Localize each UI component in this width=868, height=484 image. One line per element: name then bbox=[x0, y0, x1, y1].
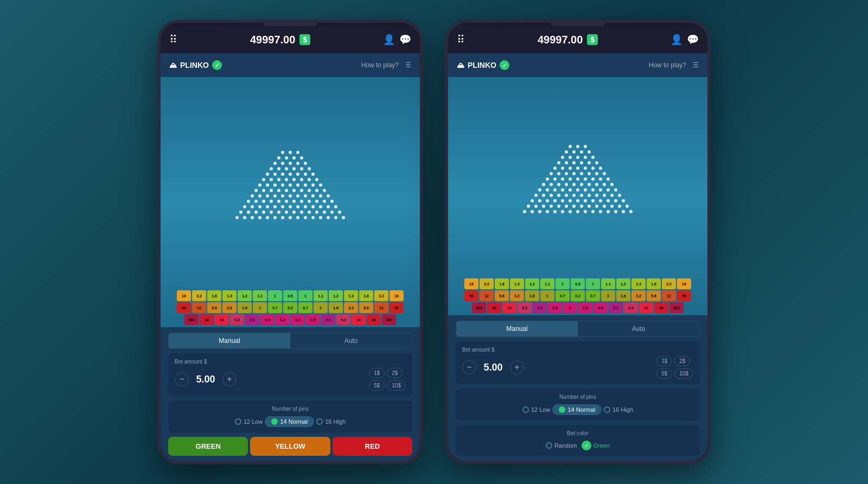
tab-auto-right[interactable]: Auto bbox=[578, 321, 699, 336]
pins-12-label-right: 12 Low bbox=[531, 406, 550, 413]
header-right-right: How to play? ☰ bbox=[649, 61, 699, 69]
balance-area-right: 49997.00 $ bbox=[538, 34, 598, 46]
dollar-button-right[interactable]: $ bbox=[587, 34, 598, 45]
dots-area-left bbox=[165, 82, 416, 287]
plinko-board-right: 18 3.2 1.6 1.3 1.2 1.1 1 0.5 1 1.1 1.2 1… bbox=[448, 77, 707, 315]
check-green-right: ✓ bbox=[582, 441, 591, 450]
plinko-icon-left: ⛰ bbox=[169, 61, 177, 69]
pins-12-label-left: 12 Low bbox=[244, 418, 263, 425]
bet-section-right: Bet amount $ − 5.00 + 1$ 2$ 5$ 10$ bbox=[456, 341, 700, 384]
btn-yellow-left[interactable]: YELLOW bbox=[250, 437, 330, 456]
user-icon-left[interactable]: 👤 bbox=[383, 34, 395, 46]
pins-section-right: Number of pins 12 Low 14 Normal 16 High bbox=[456, 389, 700, 421]
pins-14-normal-right[interactable]: 14 Normal bbox=[552, 404, 602, 415]
mult-row3-left: 353 49 14 5.3 2.1 0.5 0.2 0.2 0.5 2.1 5.… bbox=[165, 314, 416, 325]
shield-icon-left: ✓ bbox=[212, 60, 222, 70]
mult-row2-right: 55 12 5.6 3.2 1.6 1 0.7 0.2 0.7 1 1.6 3.… bbox=[452, 290, 703, 301]
quick-bet-1-left[interactable]: 1$ bbox=[369, 368, 385, 378]
radio-16-right bbox=[604, 406, 610, 413]
bet-input-area-left: − 5.00 + bbox=[175, 372, 365, 386]
quick-bet-2-left[interactable]: 2$ bbox=[387, 368, 403, 378]
balance-area-left: 49997.00 $ bbox=[250, 34, 310, 46]
chat-icon-left[interactable]: 💬 bbox=[399, 34, 411, 46]
bet-amount-left: 5.00 bbox=[192, 374, 219, 385]
mult-row3-right: 353 49 14 5.3 2.1 0.5 0 0.2 0.5 2.1 5.3 … bbox=[452, 302, 703, 313]
quick-bets-left: 1$ 2$ 5$ 10$ bbox=[369, 368, 406, 391]
quick-bets-right: 1$ 2$ 5$ 10$ bbox=[656, 356, 693, 379]
pins-16-high-left[interactable]: 16 High bbox=[316, 418, 346, 425]
btn-green-left[interactable]: GREEN bbox=[168, 437, 248, 456]
bet-section-left: Bet amount $ − 5.00 + 1$ 2$ 5$ 10$ bbox=[168, 353, 412, 396]
pins-14-label-right: 14 Normal bbox=[567, 406, 595, 413]
quick-bet-2-right[interactable]: 2$ bbox=[674, 356, 690, 366]
pins-12-low-left[interactable]: 12 Low bbox=[235, 418, 263, 425]
pins-16-label-left: 16 High bbox=[325, 418, 346, 425]
tab-row-left: Manual Auto bbox=[168, 333, 412, 349]
mult-row2-left: 55 12 5.6 3.2 1.6 1 0.7 0.2 0.7 1 1.6 3.… bbox=[165, 302, 416, 313]
dollar-button-left[interactable]: $ bbox=[299, 34, 310, 45]
quick-bet-5-left[interactable]: 5$ bbox=[369, 380, 385, 391]
quick-bet-10-right[interactable]: 10$ bbox=[674, 368, 693, 379]
pins-14-normal-left[interactable]: 14 Normal bbox=[265, 416, 314, 427]
bet-increase-left[interactable]: + bbox=[222, 372, 237, 386]
color-green-label-right: Green bbox=[593, 442, 610, 449]
bet-decrease-right[interactable]: − bbox=[462, 360, 476, 374]
bet-decrease-left[interactable]: − bbox=[175, 372, 189, 386]
pins-section-left: Number of pins 12 Low 14 Normal 16 High bbox=[168, 400, 412, 432]
game-title-left: PLINKO bbox=[180, 61, 209, 69]
game-title-area-right: ⛰ PLINKO ✓ bbox=[457, 60, 509, 70]
quick-bet-5-right[interactable]: 5$ bbox=[656, 368, 672, 379]
mult-row1-right: 18 3.2 1.6 1.3 1.2 1.1 1 0.5 1 1.1 1.2 1… bbox=[452, 278, 703, 289]
status-icons-left: 👤 💬 bbox=[383, 34, 411, 46]
apps-icon-right[interactable]: ⠿ bbox=[457, 33, 465, 46]
user-icon-right[interactable]: 👤 bbox=[671, 34, 682, 46]
game-title-right: PLINKO bbox=[468, 61, 496, 69]
how-to-play-left[interactable]: How to play? bbox=[361, 61, 399, 69]
menu-icon-right[interactable]: ☰ bbox=[693, 61, 699, 69]
tab-manual-left[interactable]: Manual bbox=[169, 333, 290, 348]
plinko-icon-right: ⛰ bbox=[457, 61, 464, 69]
game-header-left: ⛰ PLINKO ✓ How to play? ☰ bbox=[161, 53, 420, 77]
plinko-board-left: 18 3.2 1.6 1.3 1.2 1.1 1 0.5 1 1.1 1.2 1… bbox=[161, 77, 420, 327]
balance-amount-left: 49997.00 bbox=[250, 34, 295, 46]
status-icons-right: 👤 💬 bbox=[671, 34, 699, 46]
btn-red-left[interactable]: RED bbox=[333, 437, 412, 456]
color-green-right[interactable]: ✓ Green bbox=[582, 441, 610, 450]
controls-panel-left: Manual Auto Bet amount $ − 5.00 + 1$ 2$ … bbox=[161, 327, 420, 461]
phone-notch-left bbox=[263, 23, 317, 26]
bet-input-area-right: − 5.00 + bbox=[462, 360, 652, 374]
tab-auto-left[interactable]: Auto bbox=[290, 333, 412, 348]
color-buttons-left: GREEN YELLOW RED bbox=[168, 437, 412, 456]
bet-increase-right[interactable]: + bbox=[510, 360, 524, 374]
chat-icon-right[interactable]: 💬 bbox=[687, 34, 699, 46]
tab-manual-right[interactable]: Manual bbox=[456, 321, 578, 336]
bet-amount-right: 5.00 bbox=[480, 362, 507, 373]
pins-12-low-right[interactable]: 12 Low bbox=[522, 406, 550, 413]
how-to-play-right[interactable]: How to play? bbox=[649, 61, 686, 69]
bet-color-row-right: Random ✓ Green bbox=[462, 441, 693, 450]
bet-row-right: − 5.00 + 1$ 2$ 5$ 10$ bbox=[462, 356, 693, 379]
pins-options-right: 12 Low 14 Normal 16 High bbox=[462, 404, 693, 415]
quick-bet-1-right[interactable]: 1$ bbox=[656, 356, 672, 366]
color-random-right[interactable]: Random bbox=[546, 442, 577, 449]
dots-area-right bbox=[452, 82, 703, 275]
pins-16-label-right: 16 High bbox=[612, 406, 633, 413]
pins-16-high-right[interactable]: 16 High bbox=[604, 406, 633, 413]
pins-label-left: Number of pins bbox=[175, 406, 406, 412]
multiplier-rows-right: 18 3.2 1.6 1.3 1.2 1.1 1 0.5 1 1.1 1.2 1… bbox=[452, 278, 703, 313]
menu-icon-left[interactable]: ☰ bbox=[405, 61, 411, 69]
radio-14-left bbox=[271, 418, 278, 425]
status-bar-right: ⠿ 49997.00 $ 👤 💬 bbox=[448, 26, 707, 53]
header-right-left: How to play? ☰ bbox=[361, 61, 411, 69]
color-random-label-right: Random bbox=[554, 442, 577, 449]
pins-label-right: Number of pins bbox=[462, 394, 693, 400]
bet-row-left: − 5.00 + 1$ 2$ 5$ 10$ bbox=[175, 368, 406, 391]
phone-notch-right bbox=[551, 23, 605, 26]
status-bar-left: ⠿ 49997.00 $ 👤 💬 bbox=[161, 26, 420, 53]
pins-14-label-left: 14 Normal bbox=[280, 418, 308, 425]
apps-icon-left[interactable]: ⠿ bbox=[169, 33, 177, 46]
quick-bet-10-left[interactable]: 10$ bbox=[387, 380, 406, 391]
radio-12-right bbox=[522, 406, 529, 413]
bet-color-label-right: Bet color bbox=[462, 430, 693, 436]
shield-icon-right: ✓ bbox=[500, 60, 509, 70]
